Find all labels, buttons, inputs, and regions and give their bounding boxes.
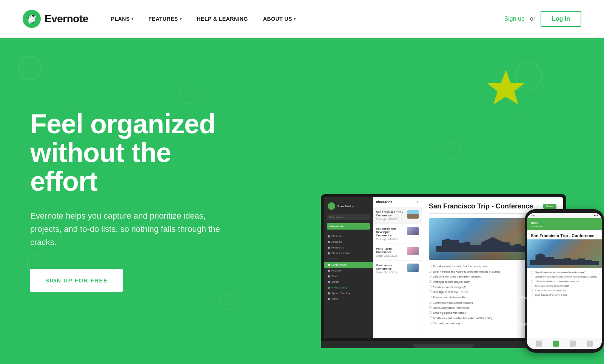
nav-features[interactable]: FEATURES ▾ — [148, 16, 182, 22]
phone-checklist-item-5: Extra tablets and & charger (5) — [531, 289, 598, 292]
note-thumb-1 — [407, 210, 419, 219]
logo-icon — [23, 10, 41, 28]
app-note-item-2[interactable]: San Diego Trip - Developer Conference Pa… — [373, 224, 422, 244]
phone-icon-4[interactable] — [587, 341, 593, 347]
app-spaces-label: Spaces — [324, 256, 373, 261]
svg-point-5 — [19, 57, 42, 79]
star-decoration — [483, 68, 528, 113]
checkbox-9[interactable] — [429, 306, 431, 309]
app-note-item-3[interactable]: Paris - 2018 Conference Dates: 08/23-08/… — [373, 244, 422, 261]
app-search: Search notes... — [327, 214, 370, 220]
logo-text: Evernote — [45, 13, 88, 25]
checkbox-10[interactable] — [429, 311, 431, 314]
app-notes-list: Itineraries + San Francisco Trip - Confe… — [373, 197, 422, 338]
notebooks-dot — [328, 247, 330, 249]
phone-checkbox-1[interactable] — [531, 271, 533, 274]
checkbox-1[interactable] — [429, 265, 431, 267]
phone-checkbox-3[interactable] — [531, 280, 533, 283]
app-main-note-title: San Francisco Trip - Conference — [429, 202, 533, 210]
checkbox-4[interactable] — [429, 280, 431, 283]
app-sidebar-header: Ezra Bridge — [324, 200, 373, 212]
phone-icon-3[interactable] — [570, 341, 576, 347]
login-button[interactable]: Log in — [541, 11, 581, 27]
directory-dot — [328, 292, 330, 295]
about-chevron-icon: ▾ — [294, 17, 296, 21]
hero-title: Feel organized without the effort — [30, 110, 226, 196]
phone-bottom-bar — [527, 338, 602, 349]
admin-dot — [328, 281, 330, 283]
phone-checklist-item-3: USB drive with booth presentation materi… — [531, 280, 598, 283]
app-new-note-btn[interactable]: + New Note — [327, 223, 370, 230]
checkbox-3[interactable] — [429, 275, 431, 278]
sign-up-link[interactable]: Sign up — [504, 15, 525, 22]
checkbox-11[interactable] — [429, 316, 431, 319]
app-avatar — [328, 202, 335, 210]
phone-mockup: 9:41 ●●● Done Itineraries ▸ San Francisc… — [525, 209, 604, 353]
phone-status-bar: 9:41 ●●● — [527, 213, 602, 218]
app-sidebar-shortcuts[interactable]: Shortcuts — [324, 233, 373, 239]
app-sidebar-admin[interactable]: Admin — [324, 279, 373, 285]
phone-screen: 9:41 ●●● Done Itineraries ▸ San Francisc… — [527, 213, 602, 349]
hero-visual: Ezra Bridge Search notes... + New Note S… — [302, 38, 596, 364]
app-sidebar-sales[interactable]: Sales — [324, 273, 373, 279]
or-text: or — [530, 15, 535, 22]
app-user-name: Ezra Bridge — [337, 205, 354, 208]
app-sidebar-newspace[interactable]: + New Space — [324, 285, 373, 290]
phone-done-btn[interactable]: Done — [531, 221, 598, 225]
phone-checkbox-2[interactable] — [531, 276, 533, 278]
app-sidebar-finance[interactable]: Finance — [324, 268, 373, 273]
checkbox-6[interactable] — [429, 290, 431, 293]
nav-plans[interactable]: PLANS ▾ — [111, 16, 133, 22]
nav-about[interactable]: ABOUT US ▾ — [263, 16, 296, 22]
phone-checklist-item-6: Book flight to SFO, OAK, or SJC — [531, 293, 598, 297]
app-sidebar-shared[interactable]: Shared with Me — [324, 250, 373, 256]
app-share-button[interactable]: Share — [543, 204, 556, 209]
checkbox-8[interactable] — [429, 301, 431, 304]
app-sidebar-trash[interactable]: Trash — [324, 296, 373, 302]
phone-checklist-item-1: Ship all materials for booth (see this p… — [531, 271, 598, 274]
plans-chevron-icon: ▾ — [131, 17, 134, 21]
checkbox-2[interactable] — [429, 270, 431, 273]
nav-help[interactable]: HELP & LEARNING — [197, 16, 248, 22]
svg-marker-25 — [487, 70, 525, 105]
logo[interactable]: Evernote — [23, 10, 88, 28]
phone-breadcrumb: Itineraries ▸ — [531, 225, 598, 227]
phone-checkbox-5[interactable] — [531, 289, 533, 292]
phone-checklist: Ship all materials for booth (see this p… — [527, 268, 602, 301]
app-add-note-icon[interactable]: + — [417, 200, 419, 204]
checkbox-5[interactable] — [429, 285, 431, 288]
hero-content: Feel organized without the effort Everno… — [0, 80, 257, 322]
note-thumb-3 — [407, 247, 419, 255]
sales-dot — [328, 275, 330, 278]
phone-icon-1[interactable] — [536, 341, 542, 347]
phone-icon-2[interactable] — [553, 341, 559, 347]
note-sub-2: Packing List/To-Do's — [376, 238, 419, 241]
phone-checklist-item-4: Timelapse camera setup for booth — [531, 284, 598, 288]
app-sidebar-conferences[interactable]: Conferences — [324, 262, 373, 268]
hero-cta-button[interactable]: SIGN UP FOR FREE — [30, 269, 123, 292]
conferences-dot — [328, 264, 330, 266]
shortcuts-dot — [328, 235, 330, 238]
svg-text:+: + — [132, 65, 139, 78]
svg-text:+: + — [245, 46, 252, 59]
svg-point-3 — [34, 15, 36, 19]
phone-checkbox-6[interactable] — [531, 294, 533, 296]
app-sidebar-allnotes[interactable]: All Notes — [324, 239, 373, 245]
phone-checklist-item-2: Email Penelope and Xander to coordinate … — [531, 275, 598, 279]
note-thumb-4 — [407, 264, 419, 272]
newspace-dot — [328, 287, 330, 289]
circle-decoration — [506, 296, 536, 326]
phone-checkbox-4[interactable] — [531, 285, 533, 287]
phone-header: Done Itineraries ▸ — [527, 218, 602, 230]
checkbox-7[interactable] — [429, 296, 431, 298]
main-nav: PLANS ▾ FEATURES ▾ HELP & LEARNING ABOUT… — [111, 16, 504, 22]
app-note-item-1[interactable]: San Francisco Trip - Conference Packing … — [373, 207, 422, 224]
checkbox-12[interactable] — [429, 322, 431, 324]
header-actions: Sign up or Log in — [504, 11, 581, 27]
app-note-item-4[interactable]: Vancouver - Conference Dates: 09/21-09/2… — [373, 261, 422, 277]
phone-note-title: San Francisco Trip - Conference — [527, 230, 602, 239]
hero-section: + + + + + + + Feel organized without the… — [0, 38, 604, 364]
app-sidebar-notebooks[interactable]: Notebooks — [324, 245, 373, 250]
phone-note-image — [527, 239, 602, 268]
app-sidebar-directory[interactable]: Space Directory — [324, 290, 373, 296]
